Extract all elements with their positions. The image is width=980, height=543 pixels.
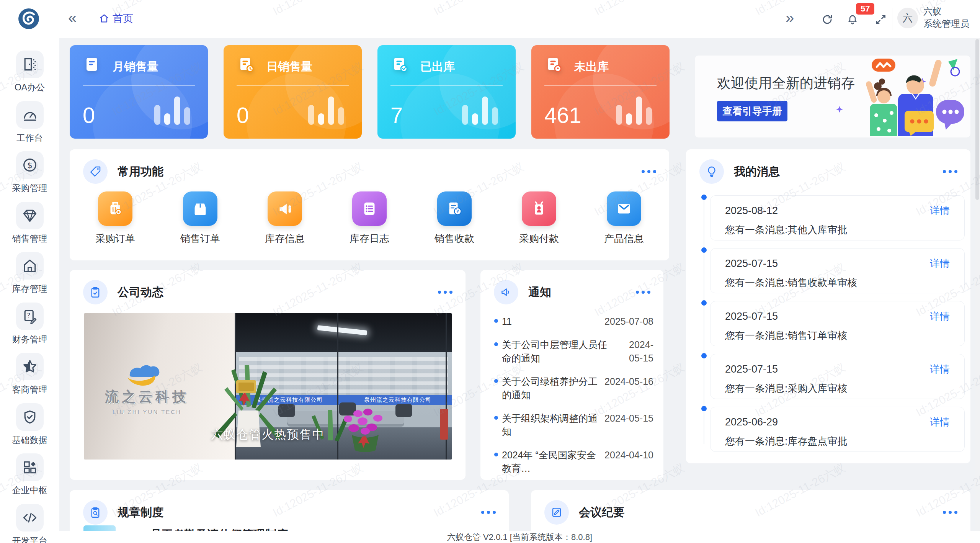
doc-pin-icon (544, 55, 563, 74)
svg-text:¥: ¥ (456, 208, 459, 214)
tag-icon (83, 159, 108, 184)
quick-functions-panel: 常用功能 采购订单 销售订单 (70, 149, 669, 260)
divider (390, 85, 503, 86)
detail-link[interactable]: 详情 (930, 363, 950, 376)
sidebar-collapse-icon[interactable]: « (68, 9, 77, 26)
message-text: 您有一条消息:销售收款单审核 (725, 276, 857, 289)
bullet-icon (494, 416, 498, 420)
section-title: 常用功能 (118, 164, 163, 180)
sidebar-item-workbench[interactable]: 工作台 (0, 101, 59, 144)
sidebar-item-purchase[interactable]: $ 采购管理 (0, 151, 59, 194)
quick-func-purchase-order[interactable]: 采购订单 (81, 191, 150, 245)
user-role: 系统管理员 (923, 18, 969, 30)
sidebar-item-finance[interactable]: ? 财务管理 (0, 303, 59, 345)
clipboard-search-icon (83, 500, 108, 525)
inventory-log-icon (359, 199, 379, 219)
scrollbar-thumb[interactable] (975, 39, 979, 200)
gem-icon (21, 207, 38, 224)
message-date: 2025-07-15 (725, 258, 778, 270)
star-icon (21, 358, 38, 375)
bullet-icon (494, 379, 498, 383)
message-text: 您有一条消息:采购入库审核 (725, 382, 847, 395)
clipboard-icon (83, 55, 101, 74)
message-item: 2025-08-12 详情 您有一条消息:其他入库审批 (710, 195, 965, 240)
quick-func-inventory-info[interactable]: 库存信息 (250, 191, 319, 245)
sidebar-item-inventory[interactable]: 库存管理 (0, 252, 59, 295)
user-name: 六蚁 (923, 5, 969, 18)
section-title: 我的消息 (734, 164, 780, 180)
quick-func-label: 采购付款 (505, 232, 573, 245)
notice-item[interactable]: 关于公司中层管理人员任命的通知 2024-05-15 (494, 333, 653, 370)
bar-chart-icon (154, 96, 190, 125)
stat-value: 461 (544, 102, 581, 128)
stat-value: 0 (237, 102, 249, 128)
top-bar: « 首页 » 57 六 六蚁 系统管理员 (0, 0, 980, 38)
app-logo[interactable] (18, 8, 40, 30)
quick-func-label: 采购订单 (81, 232, 150, 245)
quick-func-product-info[interactable]: 产品信息 (590, 191, 658, 245)
notice-item[interactable]: 关于组织架构调整的通知 2024-05-15 (494, 407, 653, 443)
user-avatar[interactable]: 六 (897, 8, 918, 28)
bar-chart-icon (308, 96, 344, 125)
quick-func-inventory-log[interactable]: 库存日志 (335, 191, 404, 245)
fullscreen-icon[interactable] (875, 14, 887, 25)
timeline-dot (701, 353, 707, 358)
sidebar-item-enterprise-hub[interactable]: 企业中枢 (0, 453, 59, 496)
sidebar-item-basedata[interactable]: 基础数据 (0, 403, 59, 446)
more-menu-icon[interactable] (436, 287, 454, 298)
sidebar-item-oa[interactable]: OA办公 (0, 51, 59, 93)
bar-chart-icon (462, 96, 498, 125)
sidebar-item-sales[interactable]: 销售管理 (0, 202, 59, 245)
notice-item[interactable]: 2024年 “全民国家安全教育… 2024-04-10 (494, 443, 653, 480)
more-menu-icon[interactable] (941, 166, 959, 177)
gauge-icon (21, 106, 38, 123)
bulb-icon (699, 159, 724, 184)
detail-link[interactable]: 详情 (930, 257, 950, 270)
detail-link[interactable]: 详情 (930, 204, 950, 218)
detail-link[interactable]: 详情 (930, 415, 950, 429)
avatar-initial: 六 (903, 11, 913, 25)
page-scrollbar[interactable] (975, 38, 980, 531)
sidebar-label: 开发平台 (0, 535, 59, 543)
user-menu[interactable]: 六蚁 系统管理员 (923, 5, 969, 30)
notification-bell-icon[interactable] (847, 14, 858, 25)
guide-manual-button[interactable]: 查看引导手册 (717, 101, 787, 121)
more-menu-icon[interactable] (941, 507, 959, 518)
stat-card-pending: 未出库 461 (531, 45, 670, 139)
message-item: 2025-07-15 详情 您有一条消息:销售收款单审核 (710, 248, 965, 293)
quick-func-sales-receipt[interactable]: ¥ 销售收款 (420, 191, 489, 245)
purchase-order-icon (105, 199, 125, 219)
timeline-dot (701, 195, 707, 200)
message-date: 2025-07-15 (725, 311, 778, 322)
notice-item[interactable]: 关于公司绿植养护分工的通知 2024-05-16 (494, 370, 653, 407)
more-menu-icon[interactable] (634, 287, 652, 298)
sidebar: OA办公 工作台 $ 采购管理 销售管理 (0, 0, 59, 543)
refresh-icon[interactable] (822, 14, 833, 25)
more-menu-icon[interactable] (640, 166, 658, 177)
sidebar-label: 企业中枢 (0, 484, 59, 496)
tabs-expand-icon[interactable]: » (786, 9, 794, 26)
quick-func-sales-order[interactable]: 销售订单 (166, 191, 235, 245)
welcome-banner: 欢迎使用全新的进销存 查看引导手册 (695, 56, 970, 137)
notice-title: 11 (502, 315, 604, 328)
detail-link[interactable]: 详情 (930, 310, 950, 323)
sidebar-label: 库存管理 (0, 283, 59, 295)
stat-title: 日销售量 (266, 59, 312, 75)
quick-func-label: 产品信息 (590, 232, 658, 245)
company-photo[interactable]: 泉州流之云科技有限公司 泉州流之云科技有限公司 流之云科技 (84, 313, 452, 460)
quick-func-purchase-payment[interactable]: 采购付款 (505, 191, 573, 245)
notice-title: 关于公司绿植养护分工的通知 (502, 375, 604, 402)
tab-home[interactable]: 首页 (99, 11, 133, 25)
notice-item[interactable]: 11 2025-07-08 (494, 310, 653, 333)
notification-badge[interactable]: 57 (856, 3, 874, 15)
sidebar-item-partners[interactable]: 客商管理 (0, 353, 59, 396)
purchase-payment-icon (529, 199, 549, 219)
more-menu-icon[interactable] (480, 507, 497, 518)
doc-check-icon (390, 55, 409, 74)
stat-title: 已出库 (420, 59, 455, 75)
sidebar-item-dev-platform[interactable]: 开发平台 (0, 504, 59, 543)
quick-func-label: 销售订单 (166, 232, 235, 245)
section-title: 公司动态 (118, 285, 163, 300)
sidebar-label: 工作台 (0, 132, 59, 144)
dollar-circle-icon: $ (21, 157, 38, 173)
